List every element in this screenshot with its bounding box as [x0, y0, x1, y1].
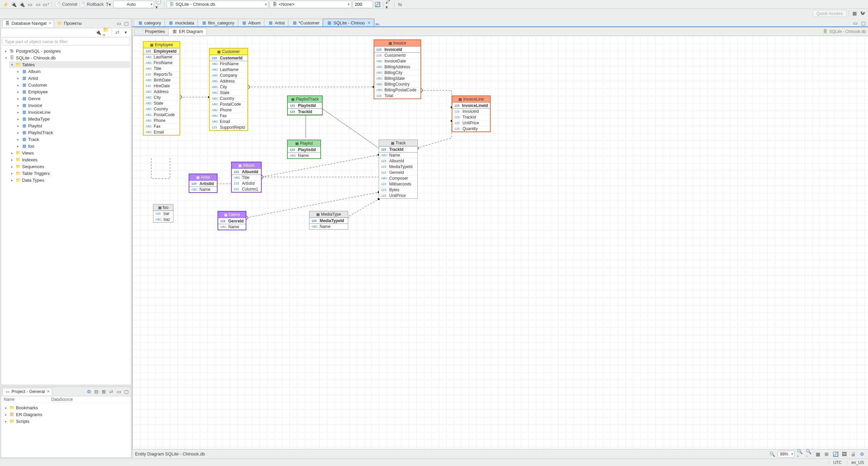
tree-conn-postgres[interactable]: ▸🐘PostgreSQL - postgres	[3, 48, 130, 54]
nav-folder-icon[interactable]: 📁▾	[103, 29, 110, 36]
column-invoicedate[interactable]: ABCInvoiceDate	[374, 58, 420, 64]
tx-icon[interactable]: T▾	[105, 1, 112, 8]
column-baz[interactable]: ABCbaz	[153, 216, 173, 222]
column-phone[interactable]: ABCPhone	[144, 118, 180, 123]
column-mediatypeid[interactable]: 123MediaTypeId	[379, 164, 417, 169]
column-composer[interactable]: ABCComposer	[379, 175, 417, 181]
column-unitprice[interactable]: 123UnitPrice	[379, 193, 417, 198]
prefs-icon[interactable]: ⇆	[397, 1, 403, 8]
column-customerid[interactable]: 123CustomerId	[374, 53, 420, 58]
tree-tables-folder[interactable]: ▾📁Tables	[9, 61, 130, 68]
tree-table-album[interactable]: ▸▦Album	[15, 68, 130, 75]
tree-table-artist[interactable]: ▸▦Artist	[15, 75, 130, 82]
project-item-scripts[interactable]: ▸📁Scripts	[3, 418, 130, 425]
connection-dropdown-1[interactable]: 🗄 SQLite - Chinook.db	[167, 1, 268, 8]
column-address[interactable]: ABCAddress	[144, 89, 180, 94]
history-icon[interactable]: 🕘▾	[155, 1, 162, 8]
entity-track[interactable]: ▦Track 123TrackId ABCName123AlbumId123Me…	[379, 140, 418, 199]
maximize-icon[interactable]: ▢	[123, 388, 130, 395]
nav-menu-icon[interactable]: ▾	[122, 29, 129, 36]
tree-table-playlist[interactable]: ▸▦Playlist	[15, 122, 130, 129]
commit-icon[interactable]: 📄	[54, 1, 61, 8]
column-albumid[interactable]: 123AlbumId	[379, 158, 417, 164]
perspective-icon[interactable]: ▦	[851, 10, 858, 17]
tree-table-genre[interactable]: ▸▦Genre	[15, 95, 130, 102]
minimize-icon[interactable]: ▭	[115, 388, 122, 395]
column-city[interactable]: ABCCity	[144, 94, 180, 100]
editor-tab-mockdata[interactable]: ▦mockdata	[165, 19, 198, 26]
navigator-tab[interactable]: 🗄 Database Navigat✕	[2, 20, 54, 27]
link-icon[interactable]: ⇄	[108, 388, 115, 395]
column-name[interactable]: ABCName	[309, 224, 348, 229]
editor-tab--customer[interactable]: ▦*Customer	[288, 19, 323, 26]
column-name[interactable]: ABCName	[288, 153, 320, 158]
column-bytes[interactable]: 123Bytes	[379, 187, 417, 193]
column-firstname[interactable]: ABCFirstName	[210, 61, 247, 67]
tree-table-invoiceline[interactable]: ▸▦InvoiceLine	[15, 109, 130, 115]
editor-tab-album[interactable]: ▦Album	[238, 19, 265, 26]
sql-editor-icon[interactable]: ▭	[26, 1, 33, 8]
column-quantity[interactable]: 123Quantity	[452, 126, 490, 131]
column-country[interactable]: ABCCountry	[144, 106, 180, 112]
tree-datatypes-folder[interactable]: ▸📁Data Types	[9, 177, 130, 183]
column-bar[interactable]: 123bar	[153, 211, 173, 216]
er-canvas[interactable]: ▦Employee 123EmployeeId ABCLastNameABCFi…	[132, 36, 868, 449]
highlight-icon[interactable]: 🖍▾	[385, 1, 392, 8]
column-lastname[interactable]: ABCLastName	[210, 67, 247, 72]
column-reportsto[interactable]: 123ReportsTo	[144, 71, 180, 77]
maximize-icon[interactable]: ▢	[123, 20, 130, 27]
nav-refresh-icon[interactable]: ⇄	[114, 29, 121, 36]
column-title[interactable]: ABCTitle	[232, 175, 261, 180]
column-trackid[interactable]: 123TrackId	[452, 114, 490, 120]
column-firstname[interactable]: ABCFirstName	[144, 60, 180, 66]
column-invoiceid[interactable]: 123InvoiceId	[452, 109, 490, 114]
tree-table-employee[interactable]: ▸▦Employee	[15, 88, 130, 95]
column-billingaddress[interactable]: ABCBillingAddress	[374, 64, 420, 70]
column-name[interactable]: ABCName	[379, 153, 417, 158]
rollback-label[interactable]: Rollback	[87, 2, 104, 7]
zoom-out-icon[interactable]: 🔍⁻	[806, 451, 812, 458]
tree-triggers-folder[interactable]: ▸📁Table Triggers	[9, 170, 130, 177]
entity-customer[interactable]: ▦Customer 123CustomerId ABCFirstNameABCL…	[209, 48, 248, 131]
connection-dropdown-2[interactable]: 🗄 <None>	[270, 1, 351, 8]
entity-mediatype[interactable]: ▦MediaType 123MediaTypeId ABCName	[309, 211, 348, 230]
row-limit-input[interactable]	[353, 1, 373, 8]
add-icon[interactable]: ⊞	[100, 388, 107, 395]
projects-tab[interactable]: 📁 Проекты	[55, 20, 84, 27]
entity-artist[interactable]: ▦Artist 123ArtistId ABCName	[189, 174, 218, 193]
column-total[interactable]: 123Total	[374, 93, 420, 98]
collapse-icon[interactable]: ⊟	[93, 388, 100, 395]
commit-label[interactable]: Commit	[62, 2, 77, 7]
layout-icon[interactable]: ▦	[814, 451, 821, 458]
column-city[interactable]: ABCCity	[210, 84, 247, 90]
entity-playlist[interactable]: ▦Playlist 123PlaylistId ABCName	[287, 140, 321, 159]
column-postalcode[interactable]: ABCPostalCode	[210, 101, 247, 107]
entity-genre[interactable]: ▦Genre 123GenreId ABCName	[218, 211, 246, 230]
settings-icon[interactable]: ⚙	[858, 451, 865, 458]
zoom-dropdown[interactable]: 88%	[778, 451, 795, 458]
project-item-er diagrams[interactable]: ▸🕸ER Diagrams	[3, 411, 130, 418]
column-column1[interactable]: 010Column1	[232, 186, 261, 192]
entity-invoice[interactable]: ▦Invoice 123InvoiceId 123CustomerIdABCIn…	[374, 39, 421, 99]
column-address[interactable]: ABCAddress	[210, 78, 247, 84]
tab-overflow-button[interactable]: »₅	[375, 21, 379, 26]
column-fax[interactable]: ABCFax	[210, 113, 247, 119]
column-hiredate[interactable]: 123HireDate	[144, 83, 180, 89]
gear-icon[interactable]: ⚙	[86, 388, 92, 395]
column-billingpostalcode[interactable]: ABCBillingPostalCode	[374, 87, 420, 93]
close-icon[interactable]: ✕	[47, 389, 50, 394]
column-name[interactable]: ABCName	[218, 224, 246, 230]
column-birthdate[interactable]: ABCBirthDate	[144, 77, 180, 83]
refresh-icon[interactable]: 🔄	[374, 1, 381, 8]
project-item-bookmarks[interactable]: ▸📁Bookmarks	[3, 404, 130, 411]
grid-icon[interactable]: ⊞	[823, 451, 830, 458]
column-email[interactable]: ABCEmail	[144, 129, 180, 135]
connect-icon[interactable]: ⚡	[2, 1, 9, 8]
column-lastname[interactable]: ABCLastName	[144, 54, 180, 60]
subtab-properties[interactable]: 📄Properties	[134, 28, 169, 35]
editor-maximize-icon[interactable]: ▢	[860, 20, 867, 26]
column-state[interactable]: ABCState	[210, 90, 247, 95]
column-billingcountry[interactable]: ABCBillingCountry	[374, 81, 420, 87]
editor-tab-film-category[interactable]: ▦film_category	[197, 19, 238, 26]
zoom-in-icon[interactable]: 🔍⁺	[797, 451, 804, 458]
